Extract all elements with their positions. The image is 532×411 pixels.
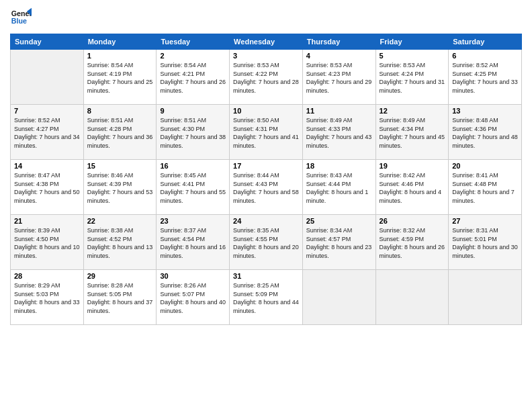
calendar-cell: 15 Sunrise: 8:46 AM Sunset: 4:39 PM Dayl… — [83, 160, 157, 215]
sunrise-label: Sunrise: 8:35 AM — [233, 227, 279, 234]
day-info: Sunrise: 8:52 AM Sunset: 4:25 PM Dayligh… — [452, 61, 518, 95]
week-row-4: 21 Sunrise: 8:39 AM Sunset: 4:50 PM Dayl… — [11, 215, 522, 270]
day-number: 28 — [14, 272, 80, 280]
calendar-cell: 17 Sunrise: 8:44 AM Sunset: 4:43 PM Dayl… — [230, 160, 303, 215]
daylight-label: Daylight: 8 hours and 44 minutes. — [233, 299, 299, 314]
day-info: Sunrise: 8:51 AM Sunset: 4:28 PM Dayligh… — [87, 116, 153, 150]
calendar-cell: 8 Sunrise: 8:51 AM Sunset: 4:28 PM Dayli… — [83, 105, 157, 160]
sunset-label: Sunset: 5:07 PM — [160, 291, 205, 298]
sunrise-label: Sunrise: 8:53 AM — [306, 62, 353, 68]
day-info: Sunrise: 8:26 AM Sunset: 5:07 PM Dayligh… — [160, 281, 226, 315]
day-info: Sunrise: 8:28 AM Sunset: 5:05 PM Dayligh… — [87, 281, 153, 315]
daylight-label: Daylight: 7 hours and 26 minutes. — [160, 79, 226, 94]
calendar-cell: 26 Sunrise: 8:32 AM Sunset: 4:59 PM Dayl… — [375, 215, 449, 270]
daylight-label: Daylight: 7 hours and 41 minutes. — [233, 134, 299, 149]
page-container: General Blue SundayMondayTuesdayWednesda… — [0, 0, 532, 332]
sunset-label: Sunset: 5:03 PM — [14, 291, 59, 298]
calendar-cell: 7 Sunrise: 8:52 AM Sunset: 4:27 PM Dayli… — [11, 105, 84, 160]
day-info: Sunrise: 8:47 AM Sunset: 4:38 PM Dayligh… — [14, 171, 80, 205]
day-number: 22 — [87, 217, 153, 225]
week-row-5: 28 Sunrise: 8:29 AM Sunset: 5:03 PM Dayl… — [11, 270, 522, 325]
day-info: Sunrise: 8:25 AM Sunset: 5:09 PM Dayligh… — [233, 281, 299, 315]
day-number: 31 — [233, 272, 299, 280]
sunset-label: Sunset: 4:50 PM — [14, 236, 59, 242]
calendar-cell — [11, 50, 84, 105]
calendar-cell — [449, 270, 522, 325]
day-info: Sunrise: 8:53 AM Sunset: 4:24 PM Dayligh… — [380, 61, 445, 95]
calendar-cell: 22 Sunrise: 8:38 AM Sunset: 4:52 PM Dayl… — [83, 215, 157, 270]
daylight-label: Daylight: 7 hours and 38 minutes. — [160, 134, 226, 149]
day-number: 30 — [160, 272, 226, 280]
daylight-label: Daylight: 7 hours and 36 minutes. — [87, 134, 153, 149]
day-number: 24 — [233, 217, 299, 225]
sunset-label: Sunset: 4:41 PM — [160, 181, 205, 187]
day-info: Sunrise: 8:32 AM Sunset: 4:59 PM Dayligh… — [380, 226, 445, 260]
day-info: Sunrise: 8:46 AM Sunset: 4:39 PM Dayligh… — [87, 171, 153, 205]
calendar-body: 1 Sunrise: 8:54 AM Sunset: 4:19 PM Dayli… — [11, 50, 522, 325]
daylight-label: Daylight: 8 hours and 4 minutes. — [380, 189, 442, 204]
calendar-cell: 12 Sunrise: 8:49 AM Sunset: 4:34 PM Dayl… — [375, 105, 449, 160]
day-info: Sunrise: 8:29 AM Sunset: 5:03 PM Dayligh… — [14, 281, 80, 315]
calendar-cell: 13 Sunrise: 8:48 AM Sunset: 4:36 PM Dayl… — [449, 105, 522, 160]
day-number: 1 — [87, 52, 153, 60]
calendar-cell: 10 Sunrise: 8:50 AM Sunset: 4:31 PM Dayl… — [230, 105, 303, 160]
day-info: Sunrise: 8:54 AM Sunset: 4:19 PM Dayligh… — [87, 61, 153, 95]
day-number: 16 — [160, 162, 226, 170]
logo-icon: General Blue — [10, 7, 32, 28]
day-info: Sunrise: 8:31 AM Sunset: 5:01 PM Dayligh… — [452, 226, 518, 260]
day-info: Sunrise: 8:45 AM Sunset: 4:41 PM Dayligh… — [160, 171, 226, 205]
sunset-label: Sunset: 4:31 PM — [233, 126, 278, 132]
sunset-label: Sunset: 4:34 PM — [380, 126, 425, 132]
sunset-label: Sunset: 4:25 PM — [452, 71, 497, 77]
weekday-header-monday: Monday — [83, 34, 157, 50]
daylight-label: Daylight: 8 hours and 1 minute. — [306, 189, 369, 204]
day-number: 2 — [160, 52, 226, 60]
day-number: 4 — [306, 52, 372, 60]
day-number: 13 — [452, 107, 518, 115]
weekday-header-thursday: Thursday — [302, 34, 375, 50]
sunset-label: Sunset: 4:54 PM — [160, 236, 205, 242]
sunrise-label: Sunrise: 8:53 AM — [233, 62, 279, 68]
day-info: Sunrise: 8:51 AM Sunset: 4:30 PM Dayligh… — [160, 116, 226, 150]
sunrise-label: Sunrise: 8:39 AM — [14, 227, 60, 234]
day-number: 12 — [380, 107, 445, 115]
day-number: 29 — [87, 272, 153, 280]
sunrise-label: Sunrise: 8:26 AM — [160, 282, 206, 289]
day-number: 21 — [14, 217, 80, 225]
day-info: Sunrise: 8:39 AM Sunset: 4:50 PM Dayligh… — [14, 226, 80, 260]
sunrise-label: Sunrise: 8:41 AM — [452, 172, 498, 179]
daylight-label: Daylight: 8 hours and 26 minutes. — [380, 244, 445, 259]
sunset-label: Sunset: 4:57 PM — [306, 236, 351, 242]
calendar-cell: 25 Sunrise: 8:34 AM Sunset: 4:57 PM Dayl… — [302, 215, 375, 270]
calendar-cell: 24 Sunrise: 8:35 AM Sunset: 4:55 PM Dayl… — [230, 215, 303, 270]
daylight-label: Daylight: 8 hours and 20 minutes. — [233, 244, 299, 259]
sunrise-label: Sunrise: 8:34 AM — [306, 227, 353, 234]
calendar-cell: 31 Sunrise: 8:25 AM Sunset: 5:09 PM Dayl… — [230, 270, 303, 325]
daylight-label: Daylight: 8 hours and 7 minutes. — [452, 189, 515, 204]
sunset-label: Sunset: 4:55 PM — [233, 236, 278, 242]
sunset-label: Sunset: 4:59 PM — [380, 236, 425, 242]
sunset-label: Sunset: 4:30 PM — [160, 126, 205, 132]
day-number: 8 — [87, 107, 153, 115]
day-info: Sunrise: 8:35 AM Sunset: 4:55 PM Dayligh… — [233, 226, 299, 260]
calendar-table: SundayMondayTuesdayWednesdayThursdayFrid… — [10, 34, 522, 325]
calendar-cell — [375, 270, 449, 325]
day-number: 11 — [306, 107, 372, 115]
sunrise-label: Sunrise: 8:37 AM — [160, 227, 206, 234]
day-info: Sunrise: 8:38 AM Sunset: 4:52 PM Dayligh… — [87, 226, 153, 260]
sunrise-label: Sunrise: 8:49 AM — [306, 117, 353, 124]
weekday-header-saturday: Saturday — [449, 34, 522, 50]
sunrise-label: Sunrise: 8:51 AM — [87, 117, 134, 124]
day-number: 15 — [87, 162, 153, 170]
weekday-header-wednesday: Wednesday — [230, 34, 303, 50]
day-info: Sunrise: 8:43 AM Sunset: 4:44 PM Dayligh… — [306, 171, 372, 205]
sunrise-label: Sunrise: 8:32 AM — [380, 227, 426, 234]
sunrise-label: Sunrise: 8:25 AM — [233, 282, 279, 289]
day-info: Sunrise: 8:53 AM Sunset: 4:23 PM Dayligh… — [306, 61, 372, 95]
day-info: Sunrise: 8:50 AM Sunset: 4:31 PM Dayligh… — [233, 116, 299, 150]
daylight-label: Daylight: 7 hours and 29 minutes. — [306, 79, 372, 94]
daylight-label: Daylight: 8 hours and 33 minutes. — [14, 299, 80, 314]
sunrise-label: Sunrise: 8:46 AM — [87, 172, 134, 179]
week-row-2: 7 Sunrise: 8:52 AM Sunset: 4:27 PM Dayli… — [11, 105, 522, 160]
sunrise-label: Sunrise: 8:54 AM — [87, 62, 134, 68]
